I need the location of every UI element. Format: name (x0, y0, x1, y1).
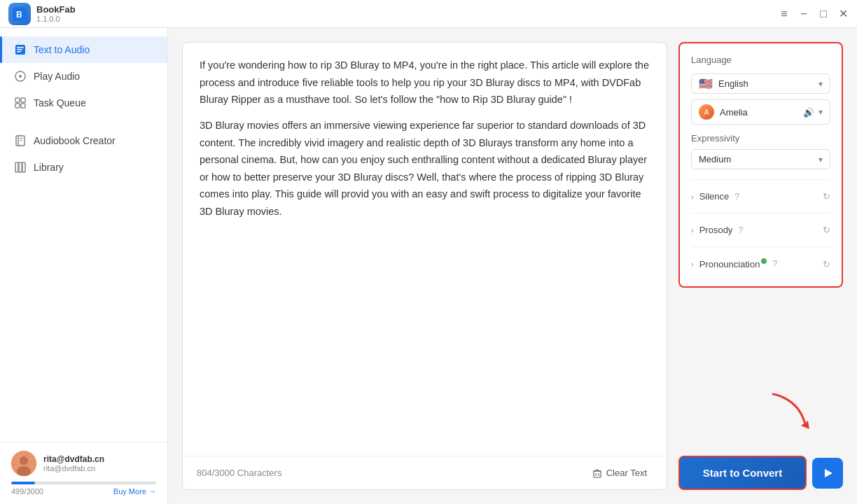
expressivity-chevron-icon: ▾ (818, 155, 823, 164)
clear-text-label: Clear Text (606, 468, 647, 478)
speaker-icon: 🔊 (803, 107, 814, 118)
buy-more-link[interactable]: Buy More → (113, 487, 156, 496)
svg-rect-9 (21, 98, 25, 102)
app-title-block: BookFab 1.1.0.0 (36, 4, 76, 23)
user-name: rita@dvdfab.cn (43, 454, 156, 464)
sidebar-label-task-queue: Task Queue (34, 97, 86, 108)
sidebar-footer: rita@dvdfab.cn rita@dvdfab.cn 499/3000 B… (0, 442, 167, 504)
svg-rect-3 (17, 47, 24, 48)
play-button[interactable] (812, 458, 843, 489)
text-footer: 804/3000 Characters Clear Text (183, 456, 667, 489)
new-badge (761, 258, 767, 264)
sidebar: Text to Audio Play Audio (0, 28, 168, 504)
app-version: 1.1.0.0 (36, 15, 76, 23)
pronounciation-label: Pronounciation (699, 258, 767, 270)
sidebar-label-audiobook-creator: Audiobook Creator (34, 135, 116, 146)
text-editor-panel: If you're wondering how to rip 3D Bluray… (182, 42, 667, 490)
trash-icon (592, 468, 602, 478)
play-icon (821, 467, 834, 479)
char-count-bar: 499/3000 Buy More → (11, 482, 156, 496)
pronounciation-refresh-icon[interactable]: ↻ (823, 259, 830, 270)
svg-rect-8 (15, 98, 20, 102)
sidebar-item-audiobook-creator[interactable]: Audiobook Creator (0, 127, 167, 154)
silence-left: › Silence ? (691, 191, 739, 202)
expressivity-label: Expressivity (691, 133, 830, 144)
menu-button[interactable]: ≡ (779, 8, 790, 20)
expressivity-value: Medium (699, 154, 731, 164)
arrow-annotation (678, 387, 843, 443)
voice-name: Amelia (720, 107, 748, 118)
titlebar-left: B BookFab 1.1.0.0 (8, 3, 76, 25)
svg-rect-5 (17, 51, 21, 52)
language-value: English (718, 78, 748, 89)
silence-info-icon: ? (734, 192, 739, 202)
svg-text:B: B (16, 10, 22, 20)
content-area: If you're wondering how to rip 3D Bluray… (168, 28, 857, 504)
svg-point-7 (19, 75, 22, 78)
minimize-button[interactable]: − (798, 8, 809, 20)
sidebar-item-library[interactable]: Library (0, 154, 167, 181)
audiobook-creator-icon (14, 134, 27, 147)
language-selector-left: 🇺🇸 English (699, 78, 748, 89)
svg-rect-17 (19, 162, 22, 172)
divider-2 (691, 213, 830, 214)
pronounciation-chevron-icon: › (691, 260, 694, 268)
svg-rect-16 (15, 162, 18, 172)
language-selector[interactable]: 🇺🇸 English ▾ (691, 74, 830, 94)
app-name: BookFab (36, 4, 76, 15)
prosody-collapsible[interactable]: › Prosody ? ↻ (691, 219, 830, 241)
sidebar-label-play-audio: Play Audio (34, 71, 80, 82)
voice-avatar: A (699, 104, 714, 120)
voice-selector-left: A Amelia (699, 104, 748, 120)
text-to-audio-icon (14, 43, 27, 56)
avatar (11, 451, 36, 476)
char-progress (11, 482, 156, 484)
clear-text-button[interactable]: Clear Text (587, 465, 653, 481)
svg-rect-4 (17, 49, 22, 50)
svg-marker-27 (825, 469, 832, 477)
titlebar: B BookFab 1.1.0.0 ≡ − □ ✕ (0, 0, 857, 28)
editor-paragraph-2: 3D Bluray movies offers an immersive vie… (200, 117, 650, 220)
divider-1 (691, 179, 830, 180)
prosody-info-icon: ? (738, 225, 743, 235)
char-counter: 804/3000 Characters (197, 468, 281, 478)
voice-selector[interactable]: A Amelia 🔊 ▾ (691, 99, 830, 125)
user-info: rita@dvdfab.cn rita@dvdfab.cn (11, 451, 156, 476)
expressivity-selector[interactable]: Medium ▾ (691, 149, 830, 169)
prosody-label: Prosody (699, 225, 733, 235)
start-convert-button[interactable]: Start to Convert (678, 456, 807, 490)
sidebar-item-text-to-audio[interactable]: Text to Audio (0, 36, 167, 63)
silence-collapsible[interactable]: › Silence ? ↻ (691, 186, 830, 207)
svg-rect-11 (21, 104, 25, 108)
pronounciation-left: › Pronounciation ? (691, 258, 777, 270)
library-icon (14, 161, 27, 174)
svg-rect-18 (22, 162, 25, 172)
sidebar-label-text-to-audio: Text to Audio (34, 44, 90, 55)
sidebar-item-play-audio[interactable]: Play Audio (0, 63, 167, 90)
char-stats: 499/3000 Buy More → (11, 487, 156, 496)
pronounciation-collapsible[interactable]: › Pronounciation ? ↻ (691, 253, 830, 275)
us-flag-icon: 🇺🇸 (699, 79, 713, 89)
user-email: rita@dvdfab.cn (43, 464, 156, 472)
pronounciation-info-icon: ? (772, 259, 777, 269)
divider-3 (691, 246, 830, 247)
main-layout: Text to Audio Play Audio (0, 28, 857, 504)
silence-refresh-icon[interactable]: ↻ (823, 191, 830, 202)
editor-paragraph: If you're wondering how to rip 3D Bluray… (200, 57, 650, 108)
app-icon: B (8, 3, 31, 25)
convert-area: Start to Convert (678, 456, 843, 490)
sidebar-item-task-queue[interactable]: Task Queue (0, 90, 167, 116)
close-button[interactable]: ✕ (837, 8, 849, 20)
text-content[interactable]: If you're wondering how to rip 3D Bluray… (183, 43, 667, 456)
settings-box: Language 🇺🇸 English ▾ A Amelia 🔊 (678, 42, 843, 288)
arrow-spacer (678, 296, 843, 447)
prosody-refresh-icon[interactable]: ↻ (823, 225, 830, 235)
voice-chevron-icon: ▾ (818, 107, 823, 117)
maximize-button[interactable]: □ (818, 8, 829, 20)
titlebar-controls: ≡ − □ ✕ (779, 8, 849, 20)
play-audio-icon (14, 70, 27, 83)
voice-selector-right: 🔊 ▾ (803, 107, 823, 118)
arrow-svg (759, 387, 815, 443)
char-count-text: 499/3000 (11, 487, 43, 496)
prosody-chevron-icon: › (691, 226, 694, 234)
